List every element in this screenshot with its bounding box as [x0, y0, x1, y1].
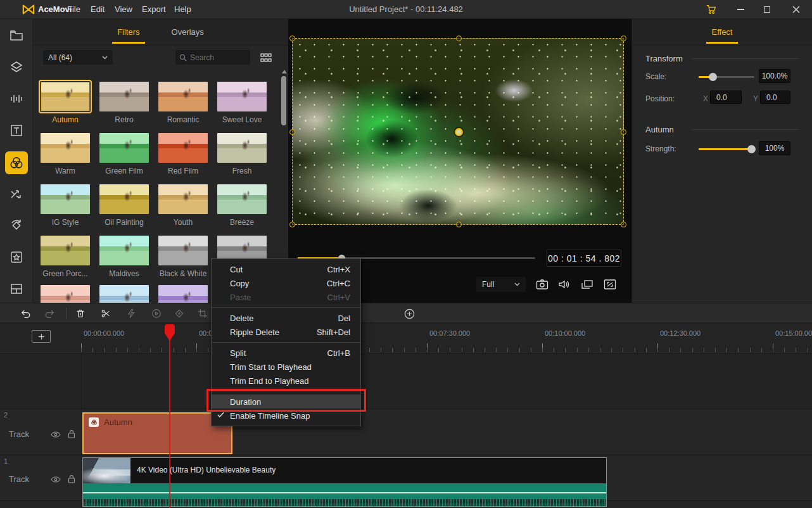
sidebar-item-effects-store[interactable]	[5, 246, 28, 269]
filter-item-retro[interactable]: Retro	[98, 82, 155, 124]
tab-effect[interactable]: Effect	[710, 20, 733, 44]
resize-handle-bottom-center[interactable]	[456, 222, 462, 227]
snapshot-icon[interactable]	[535, 278, 549, 291]
volume-icon[interactable]	[557, 278, 571, 291]
scroll-up-icon[interactable]	[282, 70, 287, 73]
redo-icon[interactable]	[42, 307, 56, 321]
empty-track-row[interactable]	[0, 354, 812, 409]
delete-icon[interactable]	[73, 307, 87, 321]
resize-handle-top-left[interactable]	[289, 35, 295, 41]
track-lock-icon[interactable]	[67, 474, 77, 483]
filter-item-ig-style[interactable]: IG Style	[39, 184, 96, 227]
menu-item-trim-start[interactable]: Trim Start to Playhead	[212, 360, 360, 374]
filter-item-oil-painting[interactable]: Oil Painting	[98, 184, 155, 227]
resize-handle-bottom-left[interactable]	[289, 222, 295, 227]
filter-thumb	[158, 236, 208, 265]
maximize-button[interactable]	[756, 0, 778, 19]
close-button[interactable]	[785, 0, 807, 19]
filter-item-sweet-love[interactable]: Sweet Love	[215, 82, 272, 124]
sidebar-item-transitions[interactable]	[5, 183, 28, 206]
filter-item-green-film[interactable]: Green Film	[98, 133, 155, 175]
filter-search[interactable]	[175, 50, 250, 65]
playhead-pin[interactable]	[165, 324, 175, 341]
filter-item-green-porcelain[interactable]: Green Porc...	[39, 236, 96, 278]
filter-category-dropdown[interactable]: All (64)	[43, 50, 113, 65]
tab-filters[interactable]: Filters	[116, 20, 141, 44]
dual-screen-icon[interactable]	[580, 278, 594, 291]
filter-item-breeze[interactable]: Breeze	[215, 184, 272, 227]
preview-timecode: 00 : 01 : 54 . 802	[547, 250, 621, 267]
filter-item[interactable]	[156, 285, 213, 303]
resize-handle-right[interactable]	[621, 129, 626, 135]
resize-handle-top-right[interactable]	[621, 35, 626, 41]
crop-icon[interactable]	[196, 307, 210, 321]
menu-help[interactable]: Help	[174, 4, 191, 14]
menu-view[interactable]: View	[115, 4, 132, 14]
filter-item-youth[interactable]: Youth	[156, 184, 213, 227]
resize-handle-left[interactable]	[289, 129, 295, 135]
zoom-in-icon[interactable]	[402, 307, 416, 321]
anchor-handle-center[interactable]	[455, 128, 463, 136]
position-y-input[interactable]: 0.0	[760, 91, 790, 104]
strength-slider[interactable]	[699, 148, 754, 150]
sidebar-item-media[interactable]	[5, 24, 28, 47]
search-input[interactable]	[190, 53, 241, 62]
track-label: Track	[9, 474, 29, 484]
fullscreen-icon[interactable]	[603, 278, 617, 291]
playhead-line[interactable]	[169, 324, 170, 508]
add-track-button[interactable]	[32, 330, 51, 343]
menu-item-copy[interactable]: CopyCtrl+C	[212, 276, 360, 290]
filter-item-romantic[interactable]: Romantic	[156, 82, 213, 124]
scrollbar-thumb[interactable]	[281, 76, 286, 125]
menu-edit[interactable]: Edit	[91, 4, 105, 14]
minimize-button[interactable]	[730, 0, 751, 19]
preview-zoom-dropdown[interactable]: Full	[476, 277, 526, 292]
resize-handle-top-center[interactable]	[456, 35, 462, 41]
menu-file[interactable]: File	[67, 4, 80, 14]
sidebar-item-filters[interactable]	[5, 151, 28, 174]
sidebar-item-split-screen[interactable]	[5, 277, 28, 300]
video-clip[interactable]: 4K Video (Ultra HD) Unbelievable Beauty	[82, 457, 607, 507]
filter-item-warm[interactable]: Warm	[39, 133, 96, 175]
track-lock-icon[interactable]	[67, 429, 77, 438]
speed-icon[interactable]	[149, 307, 163, 321]
menu-item-delete[interactable]: DeleteDel	[212, 311, 360, 325]
filter-clip-icon	[89, 417, 99, 427]
filter-item-black-white[interactable]: Black & White	[156, 236, 213, 278]
cart-icon[interactable]	[701, 0, 722, 19]
scale-value[interactable]: 100.0%	[759, 69, 790, 83]
filter-item[interactable]	[98, 285, 155, 303]
autumn-filter-clip[interactable]: Autumn	[82, 412, 232, 454]
menu-item-cut[interactable]: CutCtrl+X	[212, 262, 360, 276]
filter-item-fresh[interactable]: Fresh	[215, 133, 272, 175]
undo-icon[interactable]	[18, 307, 32, 321]
sidebar-item-elements[interactable]	[5, 56, 28, 79]
sidebar-item-audio[interactable]	[5, 87, 28, 110]
scale-slider[interactable]	[699, 76, 754, 78]
grid-view-icon[interactable]	[258, 50, 274, 65]
split-scissors-icon[interactable]	[99, 307, 113, 321]
menu-item-split[interactable]: SplitCtrl+B	[212, 346, 360, 360]
scale-slider-knob[interactable]	[709, 73, 717, 81]
menu-export[interactable]: Export	[142, 4, 166, 14]
track-visibility-eye-icon[interactable]	[51, 475, 61, 484]
tab-overlays[interactable]: Overlays	[170, 20, 205, 44]
position-x-input[interactable]: 0.0	[710, 91, 742, 104]
resize-handle-bottom-right[interactable]	[621, 222, 626, 227]
preview-video-canvas[interactable]	[292, 38, 624, 225]
sidebar-item-text[interactable]	[5, 119, 28, 142]
track-visibility-eye-icon[interactable]	[51, 430, 61, 439]
strength-slider-knob[interactable]	[747, 145, 756, 153]
menu-item-ripple-delete[interactable]: Ripple DeleteShift+Del	[212, 325, 360, 339]
keyframe-icon[interactable]	[172, 307, 186, 321]
acemovi-logo-icon	[22, 3, 35, 16]
effects-bolt-icon[interactable]	[124, 307, 138, 321]
strength-value[interactable]: 100%	[759, 141, 790, 155]
filter-item-red-film[interactable]: Red Film	[156, 133, 213, 175]
sidebar-item-motion[interactable]	[5, 214, 28, 237]
filter-item-maldives[interactable]: Maldives	[98, 236, 155, 278]
filter-item[interactable]	[39, 285, 96, 303]
menu-item-trim-end[interactable]: Trim End to Playhead	[212, 374, 360, 388]
filter-item-autumn[interactable]: Autumn	[39, 82, 96, 124]
menu-item-paste[interactable]: PasteCtrl+V	[212, 290, 360, 304]
